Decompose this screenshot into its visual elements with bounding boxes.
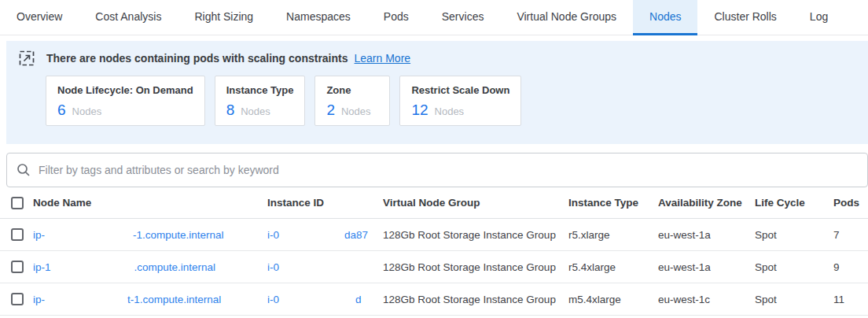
tab-log[interactable]: Log — [793, 0, 844, 35]
node-name-cell: ip--1.compute.internal — [33, 229, 267, 241]
card-title: Node Lifecycle: On Demand — [57, 84, 193, 96]
card-count: 8 — [226, 102, 235, 119]
column-header-life-cycle: Life Cycle — [755, 197, 833, 209]
card-restrict-scale-down[interactable]: Restrict Scale Down 12 Nodes — [399, 76, 521, 126]
search-icon — [17, 163, 31, 177]
node-name-link[interactable]: ip- — [33, 229, 45, 241]
table-row: ip-t-1.compute.internal i-0d 128Gb Root … — [0, 283, 868, 316]
node-name-cell: ip-1.compute.internal — [33, 261, 267, 273]
tab-virtual-node-groups[interactable]: Virtual Node Groups — [500, 0, 633, 35]
card-title: Restrict Scale Down — [411, 84, 509, 96]
instance-id-link[interactable]: d — [355, 294, 362, 305]
instance-type-cell: r5.4xlarge — [568, 261, 658, 273]
table-row: ip--1.compute.internal i-0da87 128Gb Roo… — [0, 219, 868, 251]
tab-nodes[interactable]: Nodes — [633, 0, 697, 35]
card-title: Instance Type — [226, 84, 294, 96]
node-name-cell: ip-t-1.compute.internal — [33, 294, 267, 305]
instance-id-cell: i-0d — [267, 294, 383, 305]
node-name-link[interactable]: -1.compute.internal — [133, 229, 224, 241]
pods-cell: 11 — [833, 294, 868, 305]
instance-id-link[interactable]: da87 — [344, 229, 368, 241]
instance-type-cell: r5.xlarge — [568, 229, 658, 241]
cluster-tab-bar: Overview Cost Analysis Right Sizing Name… — [0, 0, 868, 35]
table-row: ip-1.compute.internal i-0 128Gb Root Sto… — [0, 251, 868, 283]
node-name-link[interactable]: ip- — [33, 294, 45, 305]
card-unit: Nodes — [241, 105, 270, 117]
redacted-segment — [45, 238, 133, 238]
select-all-checkbox[interactable] — [11, 197, 24, 209]
tab-namespaces[interactable]: Namespaces — [270, 0, 367, 35]
tab-cluster-rolls[interactable]: Cluster Rolls — [697, 0, 793, 35]
column-header-instance-type: Instance Type — [568, 197, 658, 209]
instance-id-cell: i-0da87 — [267, 229, 383, 241]
column-header-virtual-node-group: Virtual Node Group — [383, 197, 568, 209]
instance-id-link[interactable]: i-0 — [267, 229, 279, 241]
node-name-link[interactable]: ip-1 — [33, 261, 51, 273]
card-count: 6 — [57, 102, 66, 119]
column-header-pods: Pods — [833, 197, 868, 209]
card-title: Zone — [326, 84, 378, 96]
node-name-link[interactable]: .compute.internal — [134, 261, 216, 273]
scale-constraint-icon — [19, 50, 35, 66]
row-checkbox[interactable] — [11, 228, 24, 241]
row-checkbox[interactable] — [11, 293, 24, 305]
card-unit: Nodes — [72, 105, 102, 117]
tab-services[interactable]: Services — [425, 0, 501, 35]
virtual-node-group-cell: 128Gb Root Storage Instance Group — [383, 261, 568, 273]
pods-cell: 7 — [833, 229, 868, 241]
redacted-segment — [51, 270, 134, 271]
card-zone[interactable]: Zone 2 Nodes — [314, 76, 390, 126]
learn-more-link[interactable]: Learn More — [355, 52, 411, 65]
constraint-cards: Node Lifecycle: On Demand 6 Nodes Instan… — [46, 76, 855, 126]
tab-cost-analysis[interactable]: Cost Analysis — [79, 0, 178, 35]
instance-id-link[interactable]: i-0 — [267, 294, 279, 305]
instance-type-cell: m5.4xlarge — [568, 294, 658, 305]
instance-id-cell: i-0 — [267, 261, 383, 273]
tab-right-sizing[interactable]: Right Sizing — [178, 0, 270, 35]
card-unit: Nodes — [435, 105, 465, 117]
redacted-segment — [279, 302, 355, 303]
filter-search-bar — [6, 153, 868, 187]
scaling-constraints-banner: There are nodes containing pods with sca… — [6, 41, 868, 144]
life-cycle-cell: Spot — [755, 294, 833, 305]
node-name-link[interactable]: t-1.compute.internal — [127, 294, 221, 305]
virtual-node-group-cell: 128Gb Root Storage Instance Group — [383, 294, 568, 305]
card-unit: Nodes — [341, 105, 371, 117]
row-checkbox[interactable] — [11, 261, 24, 273]
table-header-row: Node Name Instance ID Virtual Node Group… — [0, 187, 868, 219]
card-count: 12 — [411, 102, 428, 119]
tab-pods[interactable]: Pods — [367, 0, 425, 35]
availability-zone-cell: eu-west-1c — [658, 294, 755, 305]
nodes-table: Node Name Instance ID Virtual Node Group… — [0, 187, 868, 316]
availability-zone-cell: eu-west-1a — [658, 229, 755, 241]
column-header-node-name: Node Name — [33, 197, 267, 209]
card-instance-type[interactable]: Instance Type 8 Nodes — [215, 76, 306, 126]
instance-id-link[interactable]: i-0 — [267, 261, 279, 273]
virtual-node-group-cell: 128Gb Root Storage Instance Group — [383, 229, 568, 241]
redacted-segment — [45, 302, 127, 303]
column-header-availability-zone: Availability Zone — [658, 197, 755, 209]
life-cycle-cell: Spot — [755, 261, 833, 273]
availability-zone-cell: eu-west-1a — [658, 261, 755, 273]
column-header-instance-id: Instance ID — [267, 197, 383, 209]
redacted-segment — [279, 270, 344, 271]
pods-cell: 9 — [833, 261, 868, 273]
life-cycle-cell: Spot — [755, 229, 833, 241]
card-count: 2 — [326, 102, 335, 119]
card-node-lifecycle-on-demand[interactable]: Node Lifecycle: On Demand 6 Nodes — [46, 76, 205, 126]
search-input[interactable] — [39, 164, 858, 176]
tab-overview[interactable]: Overview — [0, 0, 79, 35]
redacted-segment — [279, 238, 344, 238]
banner-message: There are nodes containing pods with sca… — [46, 52, 348, 65]
